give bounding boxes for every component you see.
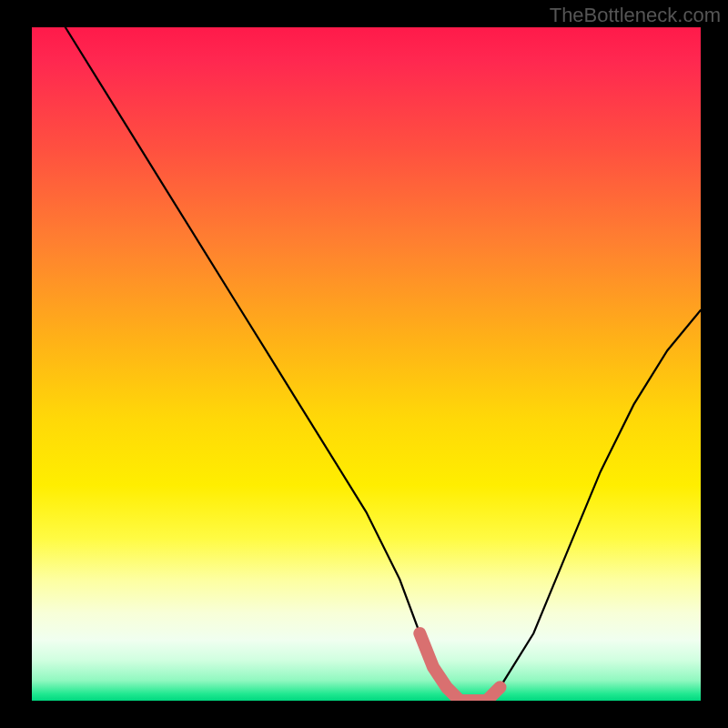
bottleneck-chart: [32, 27, 701, 701]
bottleneck-curve-line: [66, 27, 701, 701]
watermark-text: TheBottleneck.com: [550, 4, 721, 27]
sweet-spot-highlight: [420, 633, 500, 701]
